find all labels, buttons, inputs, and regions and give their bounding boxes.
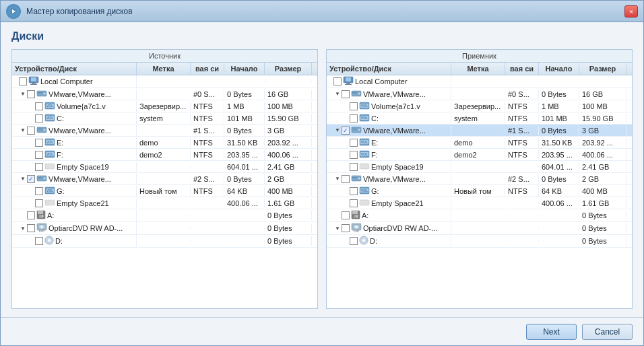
table-row[interactable]: Local Computer	[12, 75, 317, 88]
next-button[interactable]: Next	[526, 324, 577, 340]
expand-icon[interactable]: ▼	[20, 226, 26, 231]
table-row[interactable]: D:0 Bytes	[12, 235, 317, 248]
expand-icon[interactable]: ▼	[20, 92, 26, 97]
expand-icon[interactable]: ▼	[20, 176, 26, 182]
table-row[interactable]: VOL Volume{a7c1.vЗарезервир...NTFS1 MB10…	[12, 100, 317, 112]
row-size: 3 GB	[579, 126, 626, 135]
row-checkbox[interactable]	[342, 211, 350, 219]
table-row[interactable]: VOL G:Новый томNTFS64 KB400 MB	[12, 185, 317, 197]
computer-icon	[343, 76, 354, 87]
table-row[interactable]: ▼ VMware,VMware...#0 S...0 Bytes16 GB	[327, 88, 632, 100]
row-checkbox[interactable]	[35, 163, 43, 171]
table-row[interactable]: ▼ DVD OptiarcDVD RW AD-...0 Bytes	[12, 222, 317, 235]
row-checkbox[interactable]	[19, 77, 27, 85]
row-name: VMware,VMware...	[363, 175, 426, 183]
row-checkbox[interactable]	[350, 163, 358, 171]
row-checkbox[interactable]: ✓	[342, 127, 350, 135]
table-row[interactable]: A:0 Bytes	[12, 209, 317, 222]
row-checkbox[interactable]	[350, 199, 358, 207]
svg-rect-58	[352, 129, 357, 130]
row-checkbox[interactable]	[342, 175, 350, 183]
expand-icon	[28, 116, 34, 121]
expand-icon[interactable]: ▼	[335, 226, 340, 231]
row-checkbox[interactable]	[27, 211, 35, 219]
table-row[interactable]: ▼ VMware,VMware...#2 S...0 Bytes2 GB	[327, 173, 632, 185]
row-checkbox[interactable]	[350, 187, 358, 195]
table-row[interactable]: ▼✓ VMware,VMware...#2 S...0 Bytes2 GB	[12, 173, 317, 185]
row-label	[451, 81, 505, 82]
expand-icon[interactable]: ▼	[335, 176, 340, 182]
row-start: 31.50 KB	[224, 138, 265, 147]
close-button[interactable]: ×	[624, 5, 638, 18]
row-fs: #1 S...	[505, 126, 539, 135]
table-row[interactable]: VOL E:demoNTFS31.50 KB203.92 ...	[327, 137, 632, 149]
row-size: 2 GB	[265, 174, 312, 184]
row-checkbox[interactable]	[350, 102, 358, 110]
table-row[interactable]: VOL F:demo2NTFS203.95 ...400.06 ...	[12, 149, 317, 161]
row-fs	[505, 81, 539, 82]
table-row[interactable]: VOL C:systemNTFS101 MB15.90 GB	[327, 112, 632, 125]
row-fs: NTFS	[505, 186, 539, 196]
row-label	[137, 215, 191, 216]
table-row[interactable]: VOL C:systemNTFS101 MB15.90 GB	[12, 112, 317, 125]
row-checkbox[interactable]	[350, 151, 358, 159]
row-checkbox[interactable]	[342, 224, 350, 232]
row-checkbox[interactable]	[350, 114, 358, 123]
row-label	[137, 166, 191, 168]
row-checkbox[interactable]	[35, 139, 43, 147]
row-checkbox[interactable]	[35, 114, 43, 123]
table-row[interactable]: ▼ VMware,VMware...#0 S...0 Bytes16 GB	[12, 88, 317, 100]
table-row[interactable]: VOL Volume{a7c1.vЗарезервир...NTFS1 MB10…	[327, 100, 632, 112]
expand-icon	[343, 201, 348, 206]
row-checkbox[interactable]	[27, 127, 35, 135]
row-checkbox[interactable]	[333, 77, 342, 85]
table-row[interactable]: ▼✓ VMware,VMware...#1 S...0 Bytes3 GB	[327, 125, 632, 137]
row-size: 1.61 GB	[265, 199, 312, 208]
row-checkbox[interactable]	[35, 187, 43, 195]
expand-icon[interactable]: ▼	[335, 128, 340, 133]
row-fs: NTFS	[191, 114, 224, 123]
table-row[interactable]: VOL G:Новый томNTFS64 KB400 MB	[327, 185, 632, 197]
svg-rect-44	[346, 77, 351, 81]
row-label: Новый том	[451, 186, 505, 196]
row-checkbox[interactable]	[35, 199, 43, 207]
row-checkbox[interactable]	[35, 151, 43, 159]
cancel-button[interactable]: Cancel	[582, 324, 633, 340]
row-start	[539, 215, 579, 216]
row-checkbox[interactable]	[35, 102, 43, 110]
row-checkbox[interactable]: ✓	[27, 175, 35, 183]
table-row[interactable]: A:0 Bytes	[327, 209, 632, 222]
table-row[interactable]: D:0 Bytes	[327, 235, 632, 248]
table-row[interactable]: VOL E:demoNTFS31.50 KB203.92 ...	[12, 137, 317, 149]
table-row[interactable]: Empty Space21400.06 ...1.61 GB	[327, 197, 632, 209]
row-checkbox[interactable]	[350, 237, 358, 245]
expand-icon[interactable]: ▼	[20, 128, 26, 133]
table-row[interactable]: ▼ DVD OptiarcDVD RW AD-...0 Bytes	[327, 222, 632, 235]
row-checkbox[interactable]	[27, 90, 35, 98]
row-checkbox[interactable]	[27, 224, 35, 232]
row-name: D:	[55, 237, 63, 245]
row-fs: #1 S...	[191, 126, 224, 135]
row-name: OptiarcDVD RW AD-...	[363, 224, 437, 232]
row-start	[224, 240, 265, 242]
table-row[interactable]: Empty Space19604.01 ...2.41 GB	[327, 161, 632, 173]
floppy-icon	[36, 210, 46, 221]
row-checkbox[interactable]	[35, 237, 43, 245]
row-name: Empty Space21	[371, 199, 424, 207]
row-fs	[191, 81, 224, 82]
table-row[interactable]: ▼ VMware,VMware...#1 S...0 Bytes3 GB	[12, 125, 317, 137]
expand-icon[interactable]: ▼	[335, 92, 340, 97]
row-fs: NTFS	[505, 138, 539, 147]
row-start: 203.95 ...	[539, 150, 579, 160]
svg-text:DVD: DVD	[39, 230, 45, 233]
table-row[interactable]: Empty Space21400.06 ...1.61 GB	[12, 197, 317, 209]
table-row[interactable]: Empty Space19604.01 ...2.41 GB	[12, 161, 317, 173]
svg-rect-3	[31, 77, 36, 81]
row-checkbox[interactable]	[342, 90, 350, 98]
row-checkbox[interactable]	[350, 139, 358, 147]
table-row[interactable]: Local Computer	[327, 75, 632, 88]
table-row[interactable]: VOL F:demo2NTFS203.95 ...400.06 ...	[327, 149, 632, 161]
row-start: 0 Bytes	[224, 174, 265, 184]
row-size: 100 MB	[265, 102, 312, 111]
source-table-header: Устройство/Диск Метка вая си Начало Разм…	[12, 63, 317, 75]
